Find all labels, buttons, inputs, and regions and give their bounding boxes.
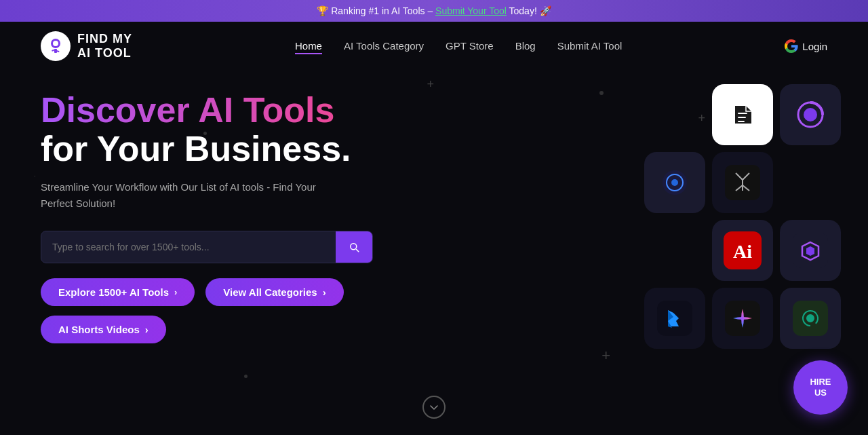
svg-point-10	[671, 179, 678, 186]
icon-gemini	[712, 288, 773, 349]
hero-section: + · + + Discover AI Tools for Your Busin…	[0, 71, 868, 432]
icon-adobe: Ai	[712, 220, 773, 281]
hire-us-line2: US	[814, 387, 827, 398]
shorts-button[interactable]: AI Shorts Videos ›	[41, 316, 166, 343]
svg-text:✿: ✿	[808, 314, 814, 322]
cta-buttons: Explore 1500+ AI Tools › View All Catego…	[41, 278, 434, 306]
categories-arrow-icon: ›	[323, 286, 326, 298]
nav-item-home[interactable]: Home	[295, 40, 322, 54]
icon-chatgpt: ✿	[780, 288, 841, 349]
svg-point-7	[804, 108, 817, 121]
hero-title: Discover AI Tools for Your Business.	[41, 91, 434, 168]
svg-marker-16	[806, 246, 814, 256]
search-bar	[41, 231, 373, 263]
nav-item-ai-tools-category[interactable]: AI Tools Category	[344, 40, 424, 52]
hero-title-normal: for Your Business.	[41, 129, 351, 168]
search-input[interactable]	[41, 232, 336, 262]
icon-cursor	[644, 152, 705, 213]
svg-text:Ai: Ai	[733, 241, 752, 262]
nav-item-gpt-store[interactable]: GPT Store	[446, 40, 494, 52]
explore-arrow-icon: ›	[174, 287, 177, 297]
icon-notion	[712, 84, 773, 145]
banner-submit-link[interactable]: Submit Your Tool	[435, 5, 507, 16]
hire-us-button[interactable]: HIRE US	[793, 360, 848, 415]
icon-bing	[644, 288, 705, 349]
icon-replicate	[780, 220, 841, 281]
login-button[interactable]: Login	[785, 39, 827, 53]
logo-text: FIND MY AI TOOL	[77, 32, 132, 60]
hero-left: Discover AI Tools for Your Business. Str…	[41, 91, 434, 419]
icon-tasade	[780, 84, 841, 145]
navbar: FIND MY AI TOOL Home AI Tools Category G…	[0, 22, 868, 71]
banner-text-after: Today! 🚀	[507, 5, 551, 16]
hero-title-gradient: Discover AI Tools	[41, 90, 334, 130]
search-button[interactable]	[336, 231, 372, 263]
icon-slot-empty3	[644, 220, 705, 281]
banner-text-before: 🏆 Ranking #1 in AI Tools –	[317, 5, 435, 16]
nav-links: Home AI Tools Category GPT Store Blog Su…	[295, 40, 622, 52]
login-label: Login	[802, 41, 827, 52]
icon-slot-empty5	[712, 356, 773, 417]
explore-button[interactable]: Explore 1500+ AI Tools ›	[41, 278, 195, 306]
categories-button[interactable]: View All Categories ›	[205, 278, 343, 306]
hire-us-line1: HIRE	[810, 377, 831, 387]
top-banner: 🏆 Ranking #1 in AI Tools – Submit Your T…	[0, 0, 868, 22]
hero-subtitle: Streamline Your Workflow with Our List o…	[41, 179, 326, 212]
logo-icon	[41, 31, 71, 61]
icon-slot-empty1	[644, 84, 705, 145]
shorts-arrow-icon: ›	[145, 324, 149, 335]
svg-rect-3	[52, 50, 54, 52]
nav-item-submit-ai-tool[interactable]: Submit AI Tool	[557, 40, 623, 52]
icon-slot-empty4	[644, 356, 705, 417]
icon-slot-empty2	[780, 152, 841, 213]
icon-perplexity	[712, 152, 773, 213]
logo: FIND MY AI TOOL	[41, 31, 132, 61]
nav-item-blog[interactable]: Blog	[515, 40, 536, 52]
svg-rect-2	[54, 49, 57, 53]
svg-point-1	[53, 41, 58, 46]
